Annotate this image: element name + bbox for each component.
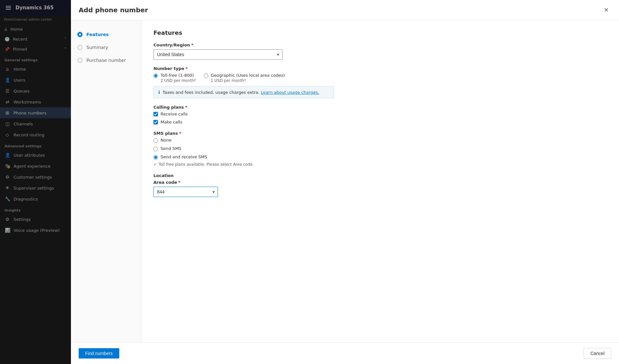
modal-close-button[interactable]: ✕ bbox=[601, 5, 611, 15]
make-calls-checkbox[interactable] bbox=[153, 120, 158, 124]
add-phone-number-modal: Add phone number ✕ Features Summary Purc… bbox=[71, 0, 619, 364]
modal-title: Add phone number bbox=[79, 6, 148, 14]
info-box-text: Taxes and fees included, usage charges e… bbox=[162, 90, 319, 95]
modal-footer: Find numbers Cancel bbox=[71, 342, 619, 364]
step-label-features: Features bbox=[86, 32, 109, 37]
modal-steps-panel: Features Summary Purchase number bbox=[71, 20, 142, 342]
sms-note-row: ✓ Toll free plans available. Please sele… bbox=[153, 162, 607, 167]
calling-plans-label: Calling plans * bbox=[153, 105, 607, 110]
number-type-label: Number type * bbox=[153, 66, 607, 71]
step-circle-summary bbox=[77, 45, 83, 50]
country-region-label: Country/Region * bbox=[153, 43, 607, 47]
form-section-title: Features bbox=[153, 29, 607, 36]
country-region-select[interactable]: United States Canada United Kingdom bbox=[153, 49, 282, 60]
receive-calls-option[interactable]: Receive calls bbox=[153, 112, 607, 116]
check-icon: ✓ bbox=[153, 162, 157, 167]
modal-form-content: Features Country/Region * United States … bbox=[142, 20, 619, 342]
area-code-select-wrapper: 844 800 855 866 877 888 bbox=[153, 187, 218, 197]
step-features[interactable]: Features bbox=[71, 28, 142, 41]
geographic-label: Geographic (Uses local area codes) bbox=[211, 73, 285, 78]
calling-plans-checkboxes: Receive calls Make calls bbox=[153, 112, 607, 124]
receive-calls-checkbox[interactable] bbox=[153, 112, 158, 116]
sms-send-receive-label: Send and receive SMS bbox=[161, 154, 207, 159]
geographic-option-content: Geographic (Uses local area codes) 1 USD… bbox=[211, 73, 285, 83]
area-code-select[interactable]: 844 800 855 866 877 888 bbox=[153, 187, 218, 197]
number-type-group: Number type * Toll-free (1-800) 2 USD pe… bbox=[153, 66, 607, 98]
modal-header: Add phone number ✕ bbox=[71, 0, 619, 20]
step-summary[interactable]: Summary bbox=[71, 41, 142, 54]
modal-footer-right: Cancel bbox=[584, 348, 611, 359]
sms-send-receive-option[interactable]: Send and receive SMS bbox=[153, 154, 607, 160]
sms-send-label: Send SMS bbox=[161, 146, 182, 151]
usage-info-box: ℹ Taxes and fees included, usage charges… bbox=[153, 86, 334, 98]
toll-free-sublabel: 2 USD per month* bbox=[161, 78, 196, 83]
geographic-sublabel: 1 USD per month* bbox=[211, 78, 285, 83]
receive-calls-label: Receive calls bbox=[161, 112, 188, 116]
step-label-purchase: Purchase number bbox=[86, 58, 126, 63]
sms-send-radio[interactable] bbox=[153, 147, 158, 151]
area-code-label: Area code * bbox=[153, 180, 607, 185]
required-marker: * bbox=[186, 66, 188, 71]
make-calls-label: Make calls bbox=[161, 120, 182, 124]
country-region-select-wrapper: United States Canada United Kingdom bbox=[153, 49, 282, 60]
make-calls-option[interactable]: Make calls bbox=[153, 120, 607, 124]
required-marker: * bbox=[178, 180, 181, 185]
modal-footer-left: Find numbers bbox=[79, 348, 119, 359]
area-code-group: Area code * 844 800 855 866 877 888 bbox=[153, 180, 607, 197]
modal-body: Features Summary Purchase number Feature… bbox=[71, 20, 619, 342]
sms-send-receive-radio[interactable] bbox=[153, 155, 158, 160]
sms-send-option[interactable]: Send SMS bbox=[153, 146, 607, 151]
required-marker: * bbox=[185, 105, 187, 110]
calling-plans-group: Calling plans * Receive calls Make calls bbox=[153, 105, 607, 124]
required-marker: * bbox=[179, 131, 182, 136]
location-label: Location bbox=[153, 173, 607, 178]
required-marker: * bbox=[192, 43, 194, 47]
country-region-group: Country/Region * United States Canada Un… bbox=[153, 43, 607, 60]
number-type-toll-free[interactable]: Toll-free (1-800) 2 USD per month* bbox=[153, 73, 196, 83]
sms-plans-group: SMS plans * None Send SMS Send and recei… bbox=[153, 131, 607, 167]
sms-none-label: None bbox=[161, 138, 172, 143]
cancel-button[interactable]: Cancel bbox=[584, 348, 611, 359]
step-purchase[interactable]: Purchase number bbox=[71, 54, 142, 67]
sms-note-text: Toll free plans available. Please select… bbox=[159, 162, 254, 167]
learn-usage-charges-link[interactable]: Learn about usage charges. bbox=[261, 90, 319, 95]
info-circle-icon: ℹ bbox=[158, 90, 160, 95]
number-type-geographic[interactable]: Geographic (Uses local area codes) 1 USD… bbox=[204, 73, 285, 83]
step-label-summary: Summary bbox=[86, 45, 108, 50]
sms-none-option[interactable]: None bbox=[153, 138, 607, 143]
sms-plans-radio-group: None Send SMS Send and receive SMS bbox=[153, 138, 607, 160]
location-group: Location Area code * 844 800 855 866 877 bbox=[153, 173, 607, 197]
geographic-radio[interactable] bbox=[204, 74, 208, 78]
step-circle-features bbox=[77, 32, 83, 37]
step-circle-purchase bbox=[77, 58, 83, 63]
toll-free-radio[interactable] bbox=[153, 74, 158, 78]
find-numbers-button[interactable]: Find numbers bbox=[79, 348, 119, 359]
toll-free-option-content: Toll-free (1-800) 2 USD per month* bbox=[161, 73, 196, 83]
sms-none-radio[interactable] bbox=[153, 138, 158, 143]
toll-free-label: Toll-free (1-800) bbox=[161, 73, 196, 78]
sms-plans-label: SMS plans * bbox=[153, 131, 607, 136]
number-type-radio-group: Toll-free (1-800) 2 USD per month* Geogr… bbox=[153, 73, 607, 83]
